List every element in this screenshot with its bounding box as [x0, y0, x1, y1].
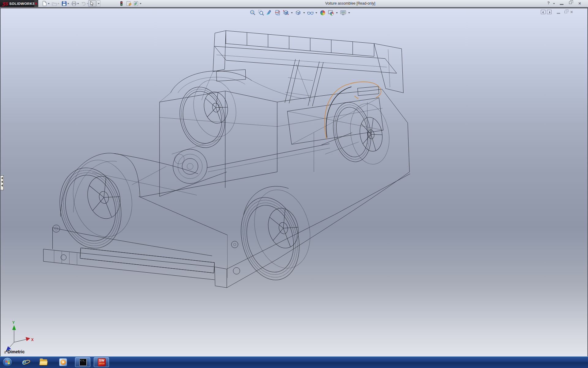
desktop: ƷS SOLIDWORKS Voiture assomblee [Read-on…	[0, 0, 588, 368]
start-button[interactable]	[2, 357, 12, 367]
new-document-icon[interactable]	[42, 1, 47, 6]
minimize-button[interactable]	[560, 4, 564, 5]
undo-icon[interactable]	[81, 1, 86, 6]
close-button[interactable]: ×	[576, 1, 583, 6]
triad-y-label: Y	[12, 320, 15, 325]
new-document-dropdown[interactable]	[48, 3, 50, 4]
graphics-viewport[interactable]: ×	[0, 8, 588, 356]
restore-button[interactable]	[569, 2, 572, 4]
taskbar: e C:\_ SW 2015	[0, 356, 588, 368]
select-tool-dropdown[interactable]	[96, 0, 100, 7]
windows-flag-icon	[5, 360, 10, 365]
save-dropdown[interactable]	[67, 3, 69, 4]
print-dropdown[interactable]	[77, 3, 79, 4]
solidworks-logo: ƷS SOLIDWORKS	[0, 0, 34, 7]
internet-explorer-button[interactable]: e	[22, 358, 31, 366]
solidworks-logo-text: SOLIDWORKS	[9, 2, 35, 6]
solidworks-2015-icon: SW 2015	[97, 358, 106, 366]
reference-triad: Y X Z	[4, 320, 34, 354]
save-icon[interactable]	[62, 1, 67, 6]
command-prompt-button[interactable]: C:\_	[75, 357, 90, 367]
file-properties-icon[interactable]	[126, 1, 131, 6]
menu-flyout-arrow-icon[interactable]	[34, 0, 38, 7]
command-prompt-icon: C:\_	[79, 358, 87, 366]
wireframe-car-model[interactable]: Y X Z	[1, 8, 587, 356]
open-icon[interactable]	[52, 1, 57, 6]
solidworks-2015-button[interactable]: SW 2015	[94, 357, 109, 367]
help-button[interactable]: ?	[545, 1, 552, 5]
wheel-rear-left[interactable]	[232, 184, 320, 286]
windows-explorer-button[interactable]	[39, 358, 48, 366]
play-icon	[62, 361, 65, 363]
view-orientation-label: *Dimetric	[6, 349, 24, 354]
wheel-front-right[interactable]	[174, 76, 243, 152]
open-dropdown[interactable]	[58, 3, 59, 4]
options-dropdown[interactable]	[140, 3, 141, 4]
help-dropdown[interactable]	[553, 3, 555, 4]
options-icon[interactable]	[134, 1, 139, 6]
print-icon[interactable]	[71, 1, 77, 6]
select-cursor-icon[interactable]	[89, 1, 95, 6]
window-title: Voiture assomblee [Read-only]	[325, 1, 375, 6]
solidworks-logo-mark-icon: ƷS	[2, 1, 8, 6]
titlebar: ƷS SOLIDWORKS Voiture assomblee [Read-on…	[0, 0, 588, 7]
triad-x-label: X	[31, 338, 34, 342]
rebuild-traffic-light-icon[interactable]	[119, 1, 124, 6]
media-player-button[interactable]	[59, 358, 67, 366]
wheel-front-left[interactable]	[51, 154, 142, 255]
